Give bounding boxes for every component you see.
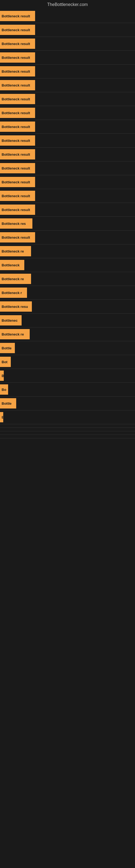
bar-label: Bottleneck result	[2, 111, 30, 115]
bar-row: Bottleneck result	[0, 51, 135, 64]
bar-row	[0, 438, 135, 442]
result-bar[interactable]: Bottle	[0, 398, 16, 408]
bar-label: Bottlenec	[2, 318, 17, 322]
result-bar[interactable]: Bottleneck resu	[0, 301, 32, 312]
bar-label: Bottleneck result	[2, 83, 30, 87]
bar-label: B	[2, 374, 4, 378]
bar-row: Bottleneck result	[0, 9, 135, 23]
bar-row: B	[0, 369, 135, 382]
bar-row: Bottleneck result	[0, 120, 135, 133]
bar-label: Bottleneck result	[2, 166, 30, 170]
bar-row: Bottleneck result	[0, 37, 135, 51]
bar-label: Bottleneck re	[2, 249, 24, 253]
bar-row	[0, 435, 135, 438]
bar-row	[0, 424, 135, 428]
bar-row: Bottleneck	[0, 258, 135, 272]
result-bar[interactable]: B	[0, 371, 4, 381]
bar-label: Bottle	[2, 346, 12, 350]
result-bar[interactable]: Bottleneck result	[0, 52, 35, 63]
bar-row: Bottleneck result	[0, 134, 135, 147]
bar-label: Bottleneck resu	[2, 305, 28, 309]
result-bar[interactable]: Bottleneck result	[0, 66, 35, 76]
bar-label: Bottleneck result	[2, 28, 30, 32]
bar-row: Bottleneck resu	[0, 300, 135, 313]
bar-row: Bottlenec	[0, 314, 135, 327]
bar-label: Bottleneck re	[2, 277, 24, 281]
result-bar[interactable]: Bottleneck result	[0, 80, 35, 90]
bar-row: Bot	[0, 355, 135, 369]
bar-label: Bottleneck result	[2, 208, 30, 212]
bar-row: Bottleneck r	[0, 286, 135, 300]
bars-container: Bottleneck resultBottleneck resultBottle…	[0, 9, 135, 442]
result-bar[interactable]: Bottleneck result	[0, 205, 35, 215]
bar-row: Bottle	[0, 397, 135, 410]
bar-label: Bottleneck result	[2, 194, 30, 198]
bar-label: Bottleneck re	[2, 332, 24, 336]
result-bar[interactable]: Bottlenec	[0, 315, 21, 326]
result-bar[interactable]: Bottleneck result	[0, 38, 35, 49]
result-bar[interactable]: Bottle	[0, 343, 15, 353]
result-bar[interactable]: Bottleneck re	[0, 246, 31, 256]
bar-row: B	[0, 410, 135, 424]
bar-row	[0, 428, 135, 431]
bar-label: Bottleneck result	[2, 56, 30, 60]
result-bar[interactable]: Bottleneck res	[0, 218, 32, 229]
bar-row: Bottleneck result	[0, 65, 135, 78]
bar-row: Bottleneck res	[0, 217, 135, 230]
bar-label: Bottleneck result	[2, 125, 30, 129]
bar-row: Bo	[0, 383, 135, 396]
result-bar[interactable]: Bottleneck result	[0, 177, 35, 187]
bar-label: Bottleneck r	[2, 291, 22, 295]
bar-label: Bottleneck res	[2, 222, 26, 226]
result-bar[interactable]: Bottleneck result	[0, 149, 35, 159]
bar-label: Bot	[2, 360, 8, 364]
bar-row: Bottleneck re	[0, 328, 135, 341]
bar-label: Bottleneck result	[2, 138, 30, 143]
result-bar[interactable]: Bottleneck result	[0, 25, 35, 35]
result-bar[interactable]: Bottleneck result	[0, 94, 35, 104]
bar-row: Bottleneck result	[0, 189, 135, 203]
result-bar[interactable]: Bottleneck	[0, 260, 24, 270]
bar-row: Bottle	[0, 341, 135, 355]
site-title: TheBottlenecker.com	[0, 0, 135, 9]
bar-row: Bottleneck re	[0, 244, 135, 258]
result-bar[interactable]: B	[0, 412, 3, 422]
result-bar[interactable]: Bottleneck re	[0, 274, 31, 284]
bar-label: Bottleneck result	[2, 69, 30, 73]
bar-row: Bottleneck result	[0, 106, 135, 120]
bar-row: Bottleneck result	[0, 203, 135, 216]
bar-row	[0, 431, 135, 435]
bar-row: Bottleneck re	[0, 272, 135, 286]
result-bar[interactable]: Bottleneck re	[0, 329, 30, 339]
bar-row: Bottleneck result	[0, 148, 135, 161]
bar-label: Bottleneck	[2, 263, 19, 267]
bar-label: Bottleneck result	[2, 180, 30, 184]
bar-label: Bottle	[2, 401, 12, 405]
bar-label: Bottleneck result	[2, 14, 30, 18]
bar-row: Bottleneck result	[0, 175, 135, 189]
bar-label: Bo	[2, 388, 6, 392]
bar-row: Bottleneck result	[0, 92, 135, 106]
result-bar[interactable]: Bottleneck result	[0, 11, 35, 21]
result-bar[interactable]: Bot	[0, 357, 11, 367]
result-bar[interactable]: Bottleneck r	[0, 287, 27, 298]
bar-row: Bottleneck result	[0, 23, 135, 37]
bar-label: Bottleneck result	[2, 152, 30, 156]
result-bar[interactable]: Bottleneck result	[0, 108, 35, 118]
bar-label: Bottleneck result	[2, 42, 30, 46]
result-bar[interactable]: Bottleneck result	[0, 135, 35, 146]
bar-label: Bottleneck result	[2, 97, 30, 101]
bar-label: B	[2, 415, 3, 420]
bar-row: Bottleneck result	[0, 230, 135, 244]
result-bar[interactable]: Bottleneck result	[0, 163, 35, 173]
result-bar[interactable]: Bottleneck result	[0, 191, 35, 201]
bar-row: Bottleneck result	[0, 79, 135, 92]
result-bar[interactable]: Bottleneck result	[0, 122, 35, 132]
result-bar[interactable]: Bottleneck result	[0, 232, 35, 243]
bar-row: Bottleneck result	[0, 161, 135, 175]
result-bar[interactable]: Bo	[0, 384, 8, 395]
bar-label: Bottleneck result	[2, 236, 30, 240]
